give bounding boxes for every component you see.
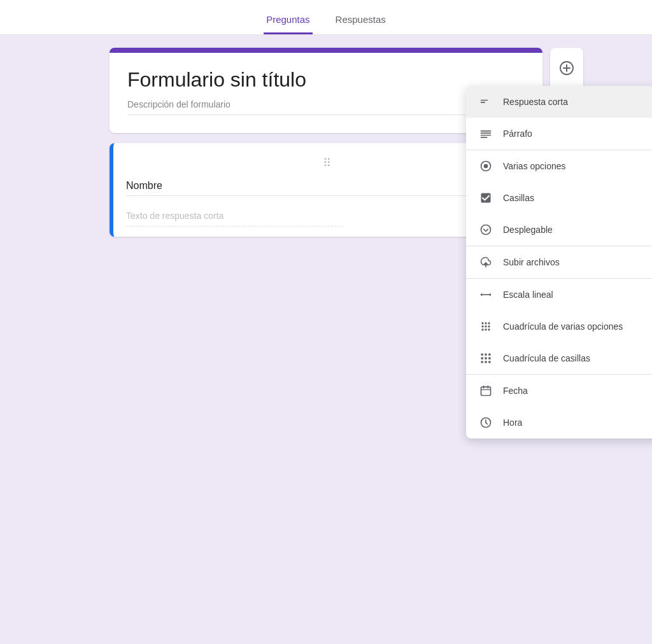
menu-item-casillas-label: Casillas xyxy=(503,193,534,203)
svg-rect-33 xyxy=(488,361,490,363)
time-icon xyxy=(479,416,493,430)
menu-section-choice: Varias opciones Casillas xyxy=(466,150,652,246)
upload-icon xyxy=(479,255,493,269)
svg-point-24 xyxy=(488,328,490,330)
menu-item-varias-opciones-label: Varias opciones xyxy=(503,161,566,171)
menu-item-desplegable-label: Desplegable xyxy=(503,225,553,235)
menu-item-escala-lineal-label: Escala lineal xyxy=(503,290,553,300)
svg-rect-28 xyxy=(481,357,483,359)
svg-point-21 xyxy=(488,325,490,327)
menu-item-fecha-label: Fecha xyxy=(503,386,528,396)
menu-item-respuesta-corta-label: Respuesta corta xyxy=(503,97,568,107)
svg-rect-31 xyxy=(481,361,483,363)
menu-item-desplegable[interactable]: Desplegable xyxy=(466,214,652,246)
menu-item-subir-archivos-label: Subir archivos xyxy=(503,257,560,267)
dropdown-icon xyxy=(479,223,493,237)
svg-point-13 xyxy=(481,293,483,295)
menu-item-cuadricula-varias[interactable]: Cuadrícula de varias opciones xyxy=(466,311,652,342)
menu-item-parrafo-label: Párrafo xyxy=(503,129,532,139)
svg-point-17 xyxy=(485,322,486,324)
svg-point-18 xyxy=(488,322,490,324)
question-type-dropdown: Respuesta corta Párrafo xyxy=(466,86,652,438)
menu-item-respuesta-corta[interactable]: Respuesta corta xyxy=(466,86,652,118)
menu-item-fecha[interactable]: Fecha xyxy=(466,375,652,407)
form-title: Formulario sin título xyxy=(127,68,525,92)
date-icon xyxy=(479,384,493,398)
svg-point-14 xyxy=(489,293,491,295)
radio-icon xyxy=(479,159,493,173)
menu-item-cuadricula-varias-label: Cuadrícula de varias opciones xyxy=(503,321,623,332)
svg-point-9 xyxy=(484,164,488,169)
svg-point-11 xyxy=(481,225,491,235)
menu-section-grid: Escala lineal xyxy=(466,279,652,375)
menu-section-upload: Subir archivos xyxy=(466,246,652,279)
svg-point-20 xyxy=(485,325,486,327)
question-title-input[interactable] xyxy=(126,178,499,196)
menu-item-parrafo[interactable]: Párrafo xyxy=(466,118,652,150)
menu-section-text: Respuesta corta Párrafo xyxy=(466,86,652,150)
paragraph-icon xyxy=(479,127,493,141)
grid-radio-icon xyxy=(479,319,493,333)
menu-item-hora[interactable]: Hora xyxy=(466,407,652,438)
svg-point-22 xyxy=(481,328,483,330)
svg-rect-34 xyxy=(481,387,491,395)
tab-respuestas[interactable]: Respuestas xyxy=(333,8,388,34)
menu-item-hora-label: Hora xyxy=(503,417,522,428)
add-question-button[interactable] xyxy=(550,52,583,85)
menu-item-cuadricula-casillas-label: Cuadrícula de casillas xyxy=(503,353,590,363)
svg-rect-25 xyxy=(481,354,483,356)
svg-rect-30 xyxy=(488,357,490,359)
svg-rect-26 xyxy=(485,354,486,356)
short-answer-icon xyxy=(479,95,493,109)
header-tabs: Preguntas Respuestas xyxy=(0,0,652,35)
content-wrapper: Formulario sin título Descripción del fo… xyxy=(110,48,542,237)
menu-item-varias-opciones[interactable]: Varias opciones xyxy=(466,150,652,182)
svg-line-40 xyxy=(486,423,488,424)
answer-placeholder: Texto de respuesta corta xyxy=(126,206,343,227)
menu-item-cuadricula-casillas[interactable]: Cuadrícula de casillas xyxy=(466,342,652,374)
menu-item-subir-archivos[interactable]: Subir archivos xyxy=(466,246,652,278)
menu-item-casillas[interactable]: Casillas xyxy=(466,182,652,214)
form-description: Descripción del formulario xyxy=(127,99,525,115)
scale-icon xyxy=(479,288,493,302)
svg-rect-32 xyxy=(485,361,486,363)
checkbox-icon xyxy=(479,191,493,205)
tab-preguntas[interactable]: Preguntas xyxy=(264,8,312,34)
svg-rect-29 xyxy=(485,357,486,359)
svg-point-19 xyxy=(481,325,483,327)
grid-check-icon xyxy=(479,351,493,365)
menu-item-escala-lineal[interactable]: Escala lineal xyxy=(466,279,652,311)
svg-point-23 xyxy=(485,328,486,330)
svg-point-16 xyxy=(481,322,483,324)
menu-section-datetime: Fecha Hora xyxy=(466,375,652,438)
svg-rect-27 xyxy=(488,354,490,356)
